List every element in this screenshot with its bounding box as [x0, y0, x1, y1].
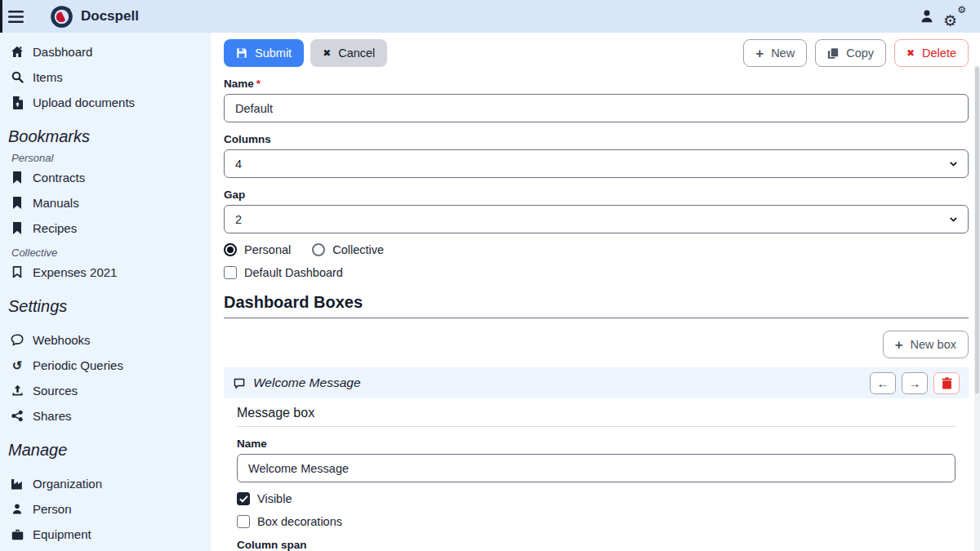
sidebar-item-label: Expenses 2021 — [33, 265, 117, 279]
sidebar-item-expenses-2021[interactable]: Expenses 2021 — [0, 260, 211, 285]
copy-button[interactable]: Copy — [815, 39, 886, 67]
sidebar: Dasbhoard Items Upload documents Bookmar… — [0, 33, 211, 551]
save-icon — [236, 47, 247, 59]
sidebar-item-manuals[interactable]: Manuals — [0, 190, 211, 216]
submit-label: Submit — [255, 47, 292, 60]
bookmark-outline-icon — [10, 266, 24, 279]
new-label: New — [771, 47, 795, 60]
sidebar-item-label: Items — [33, 70, 63, 84]
arrow-left-icon: ← — [877, 376, 889, 390]
box-name-input[interactable] — [237, 454, 956, 482]
move-box-left-button[interactable]: ← — [870, 372, 896, 394]
copy-label: Copy — [846, 47, 874, 60]
radio-collective[interactable]: Collective — [312, 243, 384, 256]
bookmark-filled-icon — [10, 171, 24, 184]
close-icon: ✖ — [906, 48, 915, 58]
bookmark-filled-icon — [10, 197, 24, 210]
toolbar-right: + New Copy ✖ Delete — [743, 39, 969, 67]
columns-select[interactable]: 4 — [224, 149, 969, 178]
default-dashboard-label: Default Dashboard — [244, 266, 343, 279]
sidebar-item-label: Recipes — [33, 221, 77, 235]
brand-title: Docspell — [81, 8, 139, 24]
topbar: Docspell ⚙ ⚙ — [0, 0, 980, 33]
scrollbar-thumb[interactable] — [975, 67, 979, 393]
main-content: Submit ✖ Cancel + New — [211, 33, 980, 551]
spacer — [0, 464, 211, 471]
sidebar-subsection-personal: Personal — [11, 152, 211, 164]
gap-label: Gap — [224, 189, 969, 201]
trash-icon — [942, 377, 952, 389]
checkbox-checked-icon — [237, 492, 250, 505]
visible-label: Visible — [257, 492, 292, 505]
required-marker: * — [256, 78, 261, 90]
radio-unselected-icon — [312, 243, 325, 256]
sidebar-item-label: Manuals — [33, 196, 79, 210]
sidebar-item-periodic-queries[interactable]: ↺ Periodic Queries — [0, 353, 211, 378]
delete-button[interactable]: ✖ Delete — [894, 39, 969, 67]
sidebar-item-webhooks[interactable]: Webhooks — [0, 327, 211, 353]
checkbox-unchecked-icon — [237, 515, 250, 528]
cancel-button[interactable]: ✖ Cancel — [310, 39, 387, 67]
sidebar-item-dashboard[interactable]: Dasbhoard — [0, 39, 211, 64]
close-icon: ✖ — [323, 48, 331, 58]
dashboard-boxes-heading: Dashboard Boxes — [224, 293, 969, 318]
file-upload-icon — [10, 96, 24, 109]
sidebar-item-contracts[interactable]: Contracts — [0, 165, 211, 190]
sidebar-item-recipes[interactable]: Recipes — [0, 216, 211, 241]
person-icon — [10, 503, 24, 516]
settings-gears-icon[interactable]: ⚙ ⚙ — [941, 2, 969, 30]
home-icon — [10, 46, 24, 59]
user-account-icon[interactable] — [913, 2, 941, 30]
briefcase-icon — [10, 528, 24, 541]
gap-select[interactable]: 2 — [224, 205, 969, 233]
sidebar-item-tags[interactable]: Tags — [0, 547, 211, 551]
hamburger-menu-icon[interactable] — [0, 0, 31, 33]
sidebar-item-equipment[interactable]: Equipment — [0, 522, 211, 547]
decorations-label: Box decorations — [257, 515, 342, 528]
comment-outline-icon — [10, 334, 24, 347]
owner-radio-group: Personal Collective — [224, 243, 969, 256]
sidebar-item-label: Upload documents — [33, 96, 135, 109]
box-title: Welcome Message — [253, 375, 361, 390]
plus-icon: + — [895, 338, 903, 352]
box-decorations-checkbox[interactable]: Box decorations — [237, 515, 342, 528]
sidebar-item-label: Sources — [33, 384, 78, 398]
search-icon — [10, 71, 24, 84]
share-icon — [10, 410, 24, 423]
radio-personal[interactable]: Personal — [224, 243, 291, 256]
comment-icon — [233, 377, 246, 389]
sidebar-item-sources[interactable]: Sources — [0, 378, 211, 403]
gear-small-icon: ⚙ — [957, 5, 966, 15]
radio-personal-label: Personal — [244, 243, 291, 256]
sidebar-item-shares[interactable]: Shares — [0, 403, 211, 429]
submit-button[interactable]: Submit — [224, 39, 304, 67]
delete-box-button[interactable] — [933, 372, 960, 394]
sidebar-section-bookmarks: Bookmarks — [8, 127, 211, 146]
box-panel-body: Message box Name Visible Box decorations — [224, 406, 969, 551]
new-box-button[interactable]: + New box — [883, 331, 969, 358]
scrollbar[interactable] — [974, 65, 980, 551]
box-panel-header: Welcome Message ← → — [224, 367, 969, 398]
toolbar: Submit ✖ Cancel + New — [224, 39, 969, 67]
gear-large-icon: ⚙ — [943, 13, 957, 29]
sidebar-item-label: Periodic Queries — [33, 358, 123, 372]
history-icon: ↺ — [10, 359, 24, 372]
sidebar-item-label: Dasbhoard — [33, 45, 92, 59]
sidebar-item-person[interactable]: Person — [0, 496, 211, 522]
toolbar-left: Submit ✖ Cancel — [224, 39, 387, 67]
checkbox-unchecked-icon — [224, 266, 237, 279]
new-button[interactable]: + New — [743, 39, 807, 67]
sidebar-item-label: Organization — [33, 477, 102, 491]
name-label: Name* — [224, 78, 969, 90]
visible-checkbox[interactable]: Visible — [237, 492, 292, 505]
sidebar-item-organization[interactable]: Organization — [0, 471, 211, 496]
radio-collective-label: Collective — [332, 243, 384, 256]
name-input[interactable] — [224, 94, 969, 122]
sidebar-item-items[interactable]: Items — [0, 64, 211, 90]
sidebar-item-label: Contracts — [33, 171, 85, 184]
move-box-right-button[interactable]: → — [902, 372, 928, 394]
visible-row: Visible — [237, 492, 956, 505]
sidebar-item-upload-documents[interactable]: Upload documents — [0, 90, 211, 115]
default-dashboard-checkbox[interactable]: Default Dashboard — [224, 266, 343, 279]
box-actions: ← → — [870, 372, 960, 394]
